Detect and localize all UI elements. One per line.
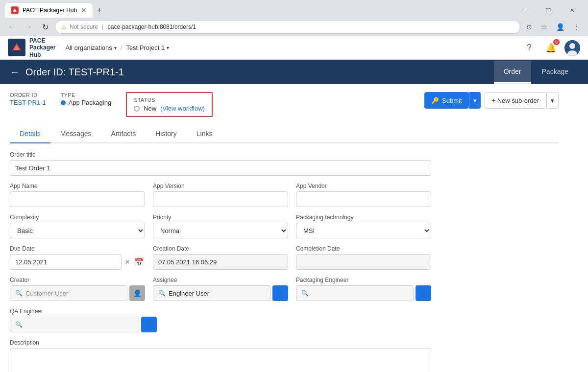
completion-date-label: Completion Date [296,245,431,252]
security-warning-icon: ⚠ [61,23,67,30]
new-tab-button[interactable]: + [93,3,106,18]
creation-date-input [153,254,288,270]
order-id-group: Order ID TEST-PR1-1 [10,92,46,106]
packaging-engineer-select-button[interactable]: 👤 [416,285,431,301]
user-profile-button[interactable]: 👤 [553,21,567,33]
packaging-engineer-group: Packaging Engineer 🔍 👤 [296,277,431,301]
content-tabs: Details Messages Artifacts History Links [10,125,559,143]
app-name-input[interactable] [10,191,145,207]
due-date-group: Due Date ✕ 📅 [10,245,145,270]
tab-links[interactable]: Links [187,125,222,143]
user-avatar[interactable] [564,40,580,56]
project-nav-item[interactable]: Test Project 1 ▾ [126,44,169,51]
app-name-label: App Name [10,183,145,189]
tab-close-button[interactable]: ✕ [81,6,87,14]
status-radio-icon [134,106,140,112]
dates-row: Due Date ✕ 📅 Creation Date Completion Da… [10,245,431,270]
tab-messages[interactable]: Messages [50,125,101,143]
qa-engineer-label: QA Engineer [10,308,157,315]
forward-button[interactable]: → [22,20,35,34]
complexity-group: Complexity Basic Medium Complex [10,214,145,238]
window-maximize-button[interactable]: ❐ [537,3,560,17]
window-minimize-button[interactable]: — [514,3,536,17]
assignee-label: Assignee [153,277,288,283]
due-date-calendar-button[interactable]: 📅 [133,256,145,268]
due-date-input[interactable] [10,254,122,270]
app-header: PACEPackagerHub All organizations ▾ / Te… [0,36,588,60]
profile-icon-button[interactable]: ⊙ [523,21,535,33]
order-title-label: Order title [10,151,431,158]
order-id-label: Order ID [10,92,46,98]
creator-select-button[interactable]: 👤 [129,285,145,301]
bookmark-button[interactable]: ☆ [538,21,550,33]
qa-row: QA Engineer 🔍 👤 [10,308,431,332]
all-orgs-nav-item[interactable]: All organizations ▾ [65,44,116,51]
assignee-input[interactable] [169,290,265,297]
packaging-engineer-label: Packaging Engineer [296,277,431,283]
back-button[interactable]: ← [5,20,19,34]
page-tab-package[interactable]: Package [532,61,578,84]
status-box: Status New (View workflow) [126,92,213,117]
not-secure-label: Not secure [70,23,98,30]
page-header-tabs: Order Package [494,61,578,84]
address-bar[interactable]: ⚠ Not secure | pace-packager-hub:8081/or… [55,20,520,34]
packaging-tech-group: Packaging technology MSI MSIX App-V Thin… [296,214,431,238]
tab-details[interactable]: Details [10,125,50,143]
page-tab-order[interactable]: Order [494,61,531,84]
completion-date-input [296,254,431,270]
tab-history[interactable]: History [146,125,187,143]
app-vendor-input[interactable] [296,191,431,207]
reload-button[interactable]: ↻ [38,20,52,34]
due-date-clear-button[interactable]: ✕ [123,257,131,267]
person-icon: 👤 [276,289,285,297]
project-chevron-icon: ▾ [167,45,169,50]
packaging-tech-select[interactable]: MSI MSIX App-V ThinApp [296,223,431,238]
creator-input[interactable] [25,290,122,297]
order-title-input[interactable] [10,160,431,176]
svg-point-6 [569,43,575,49]
description-input[interactable] [10,348,431,372]
submit-dropdown-button[interactable]: ▾ [469,92,481,109]
app-info-row: App Name App Version App Vendor [10,183,431,207]
order-type-group: Type App Packaging [61,92,111,106]
back-to-list-button[interactable]: ← [10,67,20,78]
qa-engineer-select-button[interactable]: 👤 [141,317,157,332]
new-suborder-dropdown-button[interactable]: ▾ [546,92,559,109]
app-name: PACEPackagerHub [29,37,55,58]
view-workflow-link[interactable]: (View workflow) [160,105,205,112]
priority-select[interactable]: Low Normal High Critical [153,223,288,238]
complexity-select[interactable]: Basic Medium Complex [10,223,145,238]
packaging-tech-label: Packaging technology [296,214,431,221]
submit-button[interactable]: 🔑 Submit [424,92,468,109]
app-version-input[interactable] [153,191,288,207]
due-date-label: Due Date [10,245,145,252]
window-close-button[interactable]: ✕ [561,3,583,17]
help-button[interactable]: ? [521,40,537,56]
assignee-field[interactable]: 🔍 [153,285,270,301]
app-version-group: App Version [153,183,288,207]
qa-engineer-input[interactable] [25,321,134,328]
qa-engineer-field[interactable]: 🔍 [10,317,139,332]
menu-button[interactable]: ⋮ [570,21,583,33]
packaging-engineer-field[interactable]: 🔍 [296,285,414,301]
key-icon: 🔑 [431,97,439,104]
tab-artifacts[interactable]: Artifacts [101,125,146,143]
url-text: pace-packager-hub:8081/orders/1 [107,23,514,30]
completion-date-group: Completion Date [296,245,431,270]
packaging-engineer-search-icon: 🔍 [301,290,309,297]
new-suborder-button[interactable]: + New sub-order [485,92,546,109]
status-label: Status [134,97,205,103]
priority-label: Priority [153,214,288,221]
assignee-select-button[interactable]: 👤 [272,285,288,301]
qa-engineer-group: QA Engineer 🔍 👤 [10,308,157,332]
action-buttons: 🔑 Submit ▾ + New sub-order ▾ [424,92,559,109]
packaging-engineer-input[interactable] [312,290,408,297]
order-type-label: Type [61,92,111,98]
new-suborder-button-group: + New sub-order ▾ [485,92,559,109]
users-row: Creator 🔍 👤 Assignee [10,277,431,301]
browser-tab[interactable]: PACE Packager Hub ✕ [5,3,93,18]
assignee-search-icon: 🔍 [158,290,166,297]
complexity-priority-row: Complexity Basic Medium Complex Priority… [10,214,431,238]
app-vendor-group: App Vendor [296,183,431,207]
order-id-value[interactable]: TEST-PR1-1 [10,99,46,106]
